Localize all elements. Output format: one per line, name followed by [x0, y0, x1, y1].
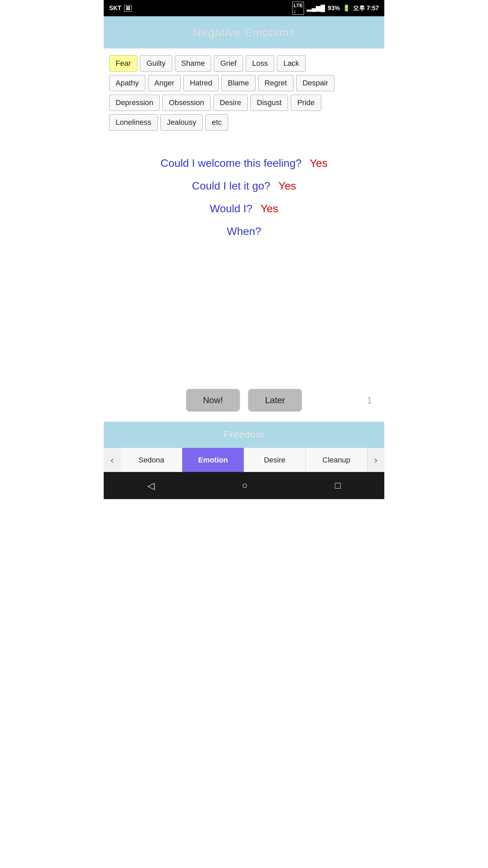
page-number: 1: [367, 395, 372, 406]
photo-icon: 🖼: [124, 5, 132, 12]
questions-area: Could I welcome this feeling? Yes Could …: [104, 137, 384, 379]
tag-apathy[interactable]: Apathy: [109, 75, 145, 91]
tab-emotion[interactable]: Emotion: [182, 448, 244, 472]
signal-icon: ▂▄▆█: [307, 4, 325, 12]
battery-icon: 🔋: [343, 4, 350, 12]
page-title: Negative Emotions: [193, 26, 295, 39]
tag-despair[interactable]: Despair: [296, 75, 335, 91]
time-label: 오후 7:57: [353, 4, 379, 12]
tag-loneliness[interactable]: Loneliness: [109, 114, 158, 131]
tag-hatred[interactable]: Hatred: [183, 75, 219, 91]
now-button[interactable]: Now!: [186, 389, 240, 412]
answer-3-text: Yes: [261, 202, 278, 215]
carrier-label: SKT: [109, 5, 121, 12]
tab-desire[interactable]: Desire: [244, 448, 306, 472]
tag-pride[interactable]: Pride: [291, 95, 321, 111]
footer-band: Freedom: [104, 422, 384, 448]
later-button[interactable]: Later: [248, 389, 302, 412]
tab-prev-button[interactable]: ‹: [104, 448, 121, 472]
tag-blame[interactable]: Blame: [221, 75, 255, 91]
tab-next-button[interactable]: ›: [367, 448, 384, 472]
status-bar: SKT 🖼 LTE↕ ▂▄▆█ 93% 🔋 오후 7:57: [104, 0, 384, 16]
status-right: LTE↕ ▂▄▆█ 93% 🔋 오후 7:57: [292, 2, 379, 15]
battery-label: 93%: [328, 5, 340, 12]
question-1-text: Could I welcome this feeling?: [161, 157, 302, 170]
answer-2-text: Yes: [279, 180, 296, 192]
tab-cleanup[interactable]: Cleanup: [306, 448, 367, 472]
tag-fear[interactable]: Fear: [109, 55, 137, 72]
tags-row-4: Loneliness Jealousy etc: [109, 114, 379, 131]
tag-desire[interactable]: Desire: [213, 95, 248, 111]
question-3-text: Would I?: [210, 202, 252, 215]
question-row-2: Could I let it go? Yes: [192, 180, 296, 192]
tag-guilty[interactable]: Guilty: [140, 55, 172, 72]
tag-disgust[interactable]: Disgust: [250, 95, 288, 111]
footer-title: Freedom: [224, 429, 264, 440]
tag-lack[interactable]: Lack: [277, 55, 305, 72]
tag-jealousy[interactable]: Jealousy: [160, 114, 203, 131]
question-2-text: Could I let it go?: [192, 180, 270, 192]
tags-row-3: Depression Obsession Desire Disgust Prid…: [109, 95, 379, 111]
question-row-1: Could I welcome this feeling? Yes: [161, 157, 327, 170]
tag-shame[interactable]: Shame: [175, 55, 211, 72]
nav-bar: ◁ ○ □: [104, 472, 384, 499]
question-row-3: Would I? Yes: [210, 202, 278, 215]
status-left: SKT 🖼: [109, 5, 132, 12]
tab-bar: ‹ Sedona Emotion Desire Cleanup ›: [104, 448, 384, 472]
answer-1-text: Yes: [310, 157, 327, 170]
question-row-4: When?: [227, 225, 261, 238]
header: Negative Emotions: [104, 16, 384, 48]
back-icon[interactable]: ◁: [147, 480, 155, 491]
tab-sedona[interactable]: Sedona: [121, 448, 182, 472]
question-4-text: When?: [227, 225, 261, 238]
tag-regret[interactable]: Regret: [258, 75, 293, 91]
recent-icon[interactable]: □: [335, 480, 341, 491]
tags-row-1: Fear Guilty Shame Grief Loss Lack: [109, 55, 379, 72]
tag-depression[interactable]: Depression: [109, 95, 160, 111]
tag-grief[interactable]: Grief: [214, 55, 243, 72]
lte-icon: LTE↕: [292, 2, 304, 15]
tags-row-2: Apathy Anger Hatred Blame Regret Despair: [109, 75, 379, 91]
tag-etc[interactable]: etc: [205, 114, 228, 131]
action-area: Now! Later 1: [104, 379, 384, 422]
tags-container: Fear Guilty Shame Grief Loss Lack Apathy…: [104, 48, 384, 137]
tag-loss[interactable]: Loss: [246, 55, 274, 72]
tag-obsession[interactable]: Obsession: [162, 95, 210, 111]
home-icon[interactable]: ○: [242, 480, 248, 491]
tag-anger[interactable]: Anger: [148, 75, 181, 91]
